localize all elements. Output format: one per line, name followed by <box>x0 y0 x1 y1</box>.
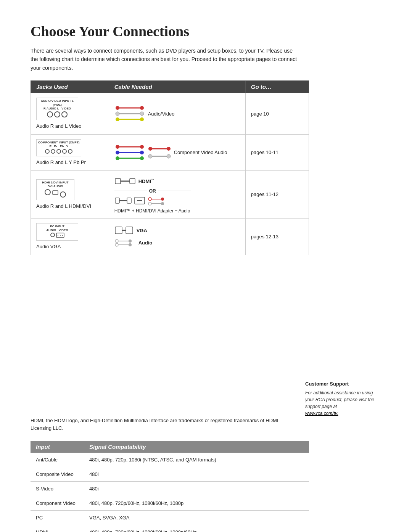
signal-col-compat: Signal Compatability <box>84 441 309 453</box>
col-header-goto: Go to… <box>245 81 309 93</box>
support-url[interactable]: www.rca.com/tv. <box>305 411 338 416</box>
signal-input-1: Composite Video <box>31 467 84 482</box>
signal-compat-4: VGA, SVGA, XGA <box>84 511 309 525</box>
svg-point-36 <box>148 202 151 205</box>
table-row: HDMI 1/DVI INPUT DVI AUDIO Audio R and L… <box>31 170 309 218</box>
svg-point-21 <box>148 154 152 158</box>
vga-port-icon <box>56 233 64 238</box>
svg-point-38 <box>161 202 164 205</box>
col-header-jacks: Jacks Used <box>31 81 109 93</box>
signal-input-0: Ant/Cable <box>31 453 84 467</box>
table-row: PC INPUT AUDIO VIDEO <box>31 218 309 255</box>
signal-compat-1: 480i <box>84 467 309 482</box>
intro-text: There are several ways to connect compon… <box>31 47 298 72</box>
col-header-cable: Cable Needed <box>109 81 245 93</box>
svg-point-16 <box>140 151 144 154</box>
row3-cable: HDMI™ OR <box>109 170 245 218</box>
svg-point-23 <box>167 154 171 158</box>
audio-cable3-icon <box>114 237 135 248</box>
svg-point-1 <box>116 106 119 110</box>
svg-point-6 <box>140 106 144 110</box>
signal-compat-2: 480i <box>84 482 309 496</box>
audio-cable2-icon <box>148 195 165 206</box>
svg-point-15 <box>140 145 144 149</box>
svg-point-35 <box>161 198 164 201</box>
row2-goto: pages 10-11 <box>245 134 309 170</box>
signal-compat-5: 480i, 480p, 720p/60Hz, 1080i/60Hz, 1080p… <box>84 525 309 532</box>
audio-video-cable-icon <box>114 104 145 123</box>
page-title: Choose Your Connections <box>31 23 381 40</box>
svg-point-8 <box>140 117 144 121</box>
signal-table-row: Ant/Cable 480i, 480p, 720p, 1080i (NTSC,… <box>31 453 309 467</box>
table-row: AUDIO/VIDEO INPUT 1(VID1) R AUDIO L VIDE… <box>31 93 309 135</box>
component-video-cable-icon <box>114 143 145 162</box>
svg-point-22 <box>167 147 171 151</box>
svg-point-46 <box>115 239 118 243</box>
dvi-port-icon <box>52 189 59 196</box>
svg-point-7 <box>140 112 144 116</box>
signal-table-row: S-Video 480i <box>31 482 309 496</box>
svg-point-3 <box>116 112 119 116</box>
row1-cable: Audio/Video <box>109 93 245 135</box>
signal-compatibility-table: Input Signal Compatability Ant/Cable 480… <box>31 441 309 532</box>
signal-table-row: HDMI 480i, 480p, 720p/60Hz, 1080i/60Hz, … <box>31 525 309 532</box>
adapter-icon <box>134 195 145 206</box>
svg-rect-30 <box>127 198 131 203</box>
row1-goto: page 10 <box>245 93 309 135</box>
support-title: Customer Support <box>305 380 381 388</box>
svg-point-17 <box>140 156 144 160</box>
svg-point-50 <box>129 239 132 243</box>
svg-rect-45 <box>126 227 133 234</box>
signal-input-5: HDMI <box>31 525 84 532</box>
hdmi-cable-icon <box>114 175 135 187</box>
svg-point-10 <box>116 145 119 149</box>
row1-jacks: AUDIO/VIDEO INPUT 1(VID1) R AUDIO L VIDE… <box>31 93 109 135</box>
signal-input-3: Component Video <box>31 496 84 511</box>
svg-point-12 <box>116 151 119 154</box>
row3-goto: pages 11-12 <box>245 170 309 218</box>
svg-point-5 <box>116 117 119 121</box>
row2-cable: Component Video Audio <box>109 134 245 170</box>
customer-support-sidebar: Customer Support For additional assistan… <box>305 380 381 417</box>
signal-compat-0: 480i, 480p, 720p, 1080i (NTSC, ATSC, and… <box>84 453 309 467</box>
svg-rect-24 <box>53 191 58 194</box>
footnote-text: HDMI, the HDMI logo, and High-Definition… <box>31 417 298 433</box>
audio-cable-icon <box>148 143 171 162</box>
svg-point-19 <box>148 147 152 151</box>
signal-table-row: Composite Video 480i <box>31 467 309 482</box>
svg-point-40 <box>58 235 58 236</box>
row4-jacks: PC INPUT AUDIO VIDEO <box>31 218 109 255</box>
svg-point-14 <box>116 156 119 160</box>
svg-point-51 <box>129 243 132 246</box>
vga-cable-icon <box>114 225 134 236</box>
svg-point-33 <box>148 198 151 201</box>
connections-table: Jacks Used Cable Needed Go to… AUDIO/VID… <box>31 80 309 255</box>
table-row: COMPONENT INPUT (CMPT) R Pr Pb Y Audio R <box>31 134 309 170</box>
svg-point-47 <box>115 243 118 246</box>
svg-rect-28 <box>115 198 119 203</box>
svg-rect-25 <box>115 178 121 184</box>
signal-col-input: Input <box>31 441 84 453</box>
row4-goto: pages 12-13 <box>245 218 309 255</box>
row3-jacks: HDMI 1/DVI INPUT DVI AUDIO Audio R and L… <box>31 170 109 218</box>
signal-input-4: PC <box>31 511 84 525</box>
svg-rect-27 <box>130 178 135 184</box>
svg-point-42 <box>62 235 63 236</box>
signal-table-row: Component Video 480i, 480p, 720p/60Hz, 1… <box>31 496 309 511</box>
signal-compat-3: 480i, 480p, 720p/60Hz, 1080i/60Hz, 1080p <box>84 496 309 511</box>
svg-rect-43 <box>115 227 122 234</box>
row4-cable: VGA Audio <box>109 218 245 255</box>
row2-jacks: COMPONENT INPUT (CMPT) R Pr Pb Y Audio R <box>31 134 109 170</box>
hdmi-cable2-icon <box>114 195 132 206</box>
signal-table-row: PC VGA, SVGA, XGA <box>31 511 309 525</box>
signal-input-2: S-Video <box>31 482 84 496</box>
svg-point-41 <box>60 235 61 236</box>
support-text: For additional assistance in using your … <box>305 389 381 417</box>
